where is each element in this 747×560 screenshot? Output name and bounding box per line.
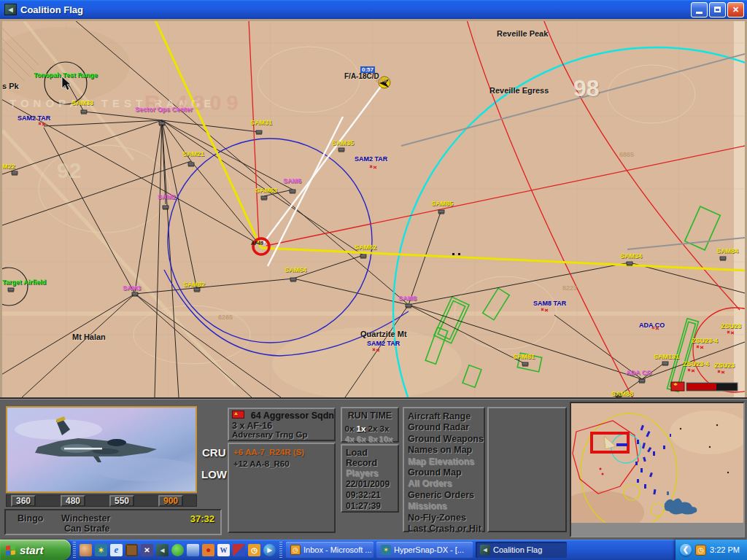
empty-option-box (487, 407, 567, 532)
speed-4x[interactable]: 4x (344, 435, 355, 443)
weapon-1[interactable]: +6 AA-7_R24R (S) (233, 448, 304, 456)
quicklaunch-green-app-icon[interactable] (171, 544, 184, 556)
title-bar[interactable]: ◄ Coalition Flag ✕ (0, 0, 747, 19)
menu-names-on-map[interactable]: Names on Map (404, 445, 484, 456)
map-label-zsu234-a[interactable]: ZSU23-4 (692, 337, 718, 344)
quicklaunch-blue-app-icon[interactable] (187, 544, 199, 556)
campaign-map[interactable]: TONOPAH TEST RANGE R 4809 98 92 8863 686… (2, 21, 745, 397)
runtime-title: RUN TIME (342, 411, 398, 421)
tray-chevron-icon[interactable]: ❮ (680, 544, 692, 556)
map-label-ada-co-1[interactable]: ADA CO (639, 322, 665, 329)
map-label-sam84[interactable]: SAM84 (716, 247, 738, 254)
taskbar-coalition-button[interactable]: ◄ Coalition Flag (476, 542, 567, 558)
map-label-ada-co-2[interactable]: ADA CO (626, 369, 651, 376)
quicklaunch-hypersnap-icon[interactable]: ✶ (95, 544, 107, 556)
quicklaunch-folder-icon[interactable] (125, 544, 138, 556)
map-label-tonopah[interactable]: Tonopah Test Range (34, 71, 98, 79)
inbox-task-label: Inbox - Microsoft ... (303, 545, 372, 554)
menu-no-fly-zones[interactable]: No-Fly-Zones (404, 513, 484, 524)
status-box: Bingo Winchester Can Strafe 37:32 (4, 509, 222, 535)
map-label-sector-ops[interactable]: Sector Ops Center (135, 106, 193, 113)
map-label-sam2tar-2[interactable]: SAM2 TAR (355, 155, 387, 163)
map-label-zsu23-a[interactable]: ZSU23 (721, 322, 741, 330)
quicklaunch-outlook-icon[interactable]: ● (202, 544, 214, 556)
map-label-sam8[interactable]: SAM8 (398, 295, 417, 302)
menu-last-crash[interactable]: Last Crash or Hit (404, 524, 484, 534)
speed-550-button[interactable]: 550 (109, 495, 134, 507)
menu-ground-radar[interactable]: Ground Radar (404, 422, 484, 433)
app-icon: ◄ (4, 4, 17, 15)
winchester-label: Winchester (61, 513, 110, 524)
menu-ground-map[interactable]: Ground Map (404, 467, 484, 478)
map-label-sam8tar[interactable]: SAM8 TAR (533, 300, 566, 307)
menu-all-orders[interactable]: All Orders (404, 478, 484, 489)
minimize-button[interactable] (691, 2, 708, 18)
map-label-sam35[interactable]: SAM35 (332, 139, 354, 147)
map-label-sam85[interactable]: SAM85 (431, 200, 453, 207)
restore-button[interactable] (709, 2, 726, 18)
quicklaunch-word-icon[interactable]: W (217, 544, 230, 556)
map-label-zsu23-b[interactable]: ZSU23 (714, 362, 735, 369)
map-label-sam3[interactable]: SAM3 (123, 284, 141, 292)
quicklaunch-mediaplayer-icon[interactable]: ▶ (263, 544, 276, 556)
map-label-sam82[interactable]: SAM82 (183, 281, 205, 288)
map-label-sam6[interactable]: SAM6 (283, 177, 301, 184)
taskbar-hypersnap-button[interactable]: ✶ HyperSnap-DX - [... (376, 542, 473, 558)
map-label-target-airfield[interactable]: Target Airfield (2, 279, 46, 286)
map-label-af49[interactable]: AF49 (251, 240, 263, 247)
quicklaunch-user-icon[interactable] (80, 544, 92, 556)
map-label-sam2tar-1[interactable]: SAM2 TAR (18, 114, 50, 122)
ussr-flag-icon (232, 411, 244, 419)
taskbar: start ✶ e ✕ ◄ ● W ◷ ▶ ◷ Inbox - Microsof… (0, 540, 747, 560)
map-label-zsu234-b[interactable]: ZSU23-4 (683, 360, 709, 368)
map-elevation-8223: 8223 (562, 284, 577, 292)
map-label-sam34[interactable]: SAM34 (620, 252, 642, 260)
map-label-m22[interactable]: M22 (2, 163, 15, 170)
map-label-sam63[interactable]: SAM63 (255, 187, 277, 194)
hypersnap-icon: ✶ (381, 545, 391, 555)
speed-360-button[interactable]: 360 (11, 495, 36, 507)
menu-missions[interactable]: Missions (404, 501, 484, 512)
map-label-sam88[interactable]: SAM88 (611, 390, 633, 397)
map-faint-92: 92 (57, 158, 81, 183)
quicklaunch-coalition-icon[interactable]: ◄ (156, 544, 169, 556)
speed-480-button[interactable]: 480 (61, 495, 85, 507)
speed-900-button[interactable]: 900 (158, 495, 183, 507)
info-panel: CRU LOW 360 480 550 900 Bingo Winchester… (0, 397, 747, 540)
taskbar-inbox-button[interactable]: ◷ Inbox - Microsoft ... (286, 542, 374, 558)
record-button[interactable]: Record (346, 458, 377, 468)
quicklaunch-x-icon[interactable]: ✕ (141, 544, 153, 556)
map-label-sam2[interactable]: SAM2 (158, 193, 176, 201)
map-label-sam21[interactable]: SAM21 (182, 150, 204, 158)
altitude-label: LOW (201, 468, 227, 481)
map-frame: TONOPAH TEST RANGE R 4809 98 92 8863 686… (0, 19, 747, 397)
quicklaunch-clock-icon[interactable]: ◷ (248, 544, 260, 556)
quicklaunch-ie-icon[interactable]: e (110, 544, 123, 556)
speed-6x[interactable]: 6x (355, 435, 367, 443)
map-label-fa18[interactable]: F/A-18C/D (344, 73, 379, 80)
weapon-2[interactable]: +12 AA-8_R60 (233, 459, 290, 468)
speed-10x[interactable]: 10x (379, 435, 390, 443)
menu-aircraft-range[interactable]: Aircraft Range (404, 411, 484, 422)
map-label-sam62[interactable]: SAM62 (355, 244, 376, 251)
map-label-sam33[interactable]: SAM33 (71, 99, 93, 106)
session-box: Load Record Players 22/01/2009 09:32:21 … (341, 444, 399, 513)
group-name: Adversary Trng Gp (232, 430, 308, 439)
map-label-sam2tar-3[interactable]: SAM2 TAR (367, 340, 400, 347)
minimap[interactable] (570, 402, 745, 537)
menu-map-elevations[interactable]: Map Elevations (404, 456, 484, 467)
map-label-sam81[interactable]: SAM81 (513, 353, 535, 360)
players-button[interactable]: Players (346, 468, 378, 478)
menu-generic-orders[interactable]: Generic Orders (404, 490, 484, 501)
start-button[interactable]: start (0, 540, 71, 560)
tray-clock-icon[interactable]: ◷ (695, 545, 706, 556)
map-label-sam31[interactable]: SAM31 (250, 119, 272, 126)
jet-image (7, 408, 196, 491)
close-button[interactable]: ✕ (727, 2, 744, 18)
map-label-sam64[interactable]: SAM64 (285, 266, 306, 273)
menu-ground-weapons[interactable]: Ground Weapons (404, 434, 484, 445)
load-button[interactable]: Load (346, 448, 368, 458)
map-label-sam131[interactable]: SAM131 (654, 353, 679, 360)
speed-8x[interactable]: 8x (367, 435, 379, 443)
quicklaunch-misc-icon[interactable] (233, 544, 245, 556)
